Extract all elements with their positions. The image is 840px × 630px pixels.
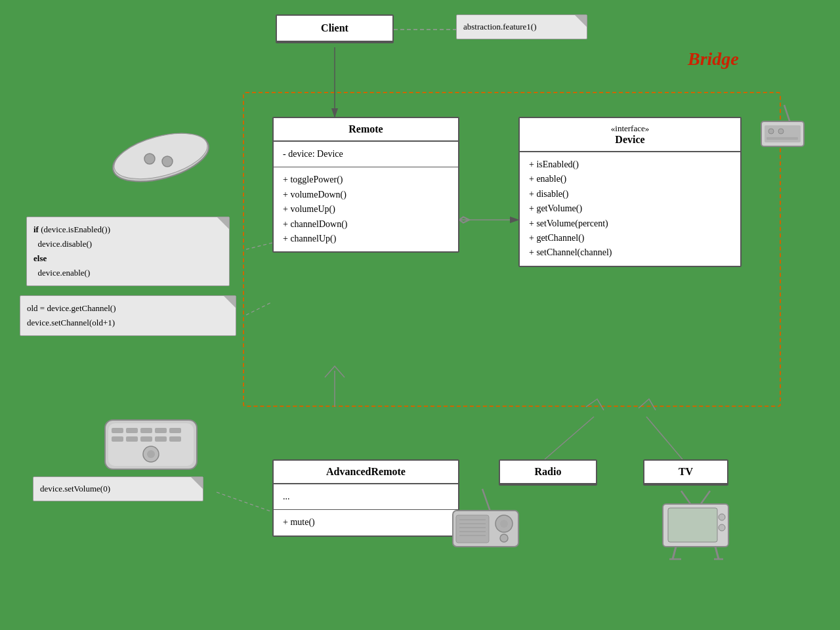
svg-line-6 (545, 417, 594, 459)
svg-rect-22 (112, 436, 123, 442)
diagram-container: Bridge (0, 0, 840, 630)
svg-rect-17 (112, 428, 123, 433)
remote-box: Remote - device: Device + togglePower() … (272, 117, 459, 253)
svg-point-45 (500, 534, 508, 542)
svg-rect-25 (155, 436, 167, 442)
radio-box: Radio (499, 459, 597, 486)
svg-point-32 (768, 129, 774, 134)
svg-line-53 (715, 547, 719, 559)
svg-point-12 (110, 125, 213, 184)
tv-header: TV (644, 461, 727, 484)
svg-rect-20 (155, 428, 167, 433)
advanced-remote-fields: ... (274, 484, 458, 510)
bridge-label: Bridge (688, 49, 739, 70)
svg-point-51 (719, 524, 725, 531)
router-icon (755, 102, 814, 154)
remote-fields: - device: Device (274, 142, 458, 167)
advanced-remote-control-icon (92, 413, 210, 479)
client-box: Client (276, 14, 394, 43)
device-header: «interface» Device (520, 118, 740, 152)
svg-rect-19 (140, 428, 152, 433)
svg-rect-49 (668, 508, 717, 542)
svg-rect-18 (126, 428, 138, 433)
radio-header: Radio (500, 461, 596, 484)
advanced-remote-methods: + mute() (274, 510, 458, 535)
remote-control-icon (105, 125, 217, 184)
svg-point-13 (144, 154, 155, 164)
svg-rect-21 (169, 428, 181, 433)
remote-methods: + togglePower() + volumeDown() + volumeU… (274, 167, 458, 251)
svg-point-44 (500, 520, 508, 528)
svg-rect-37 (456, 515, 489, 543)
svg-rect-24 (140, 436, 152, 442)
svg-line-7 (646, 417, 682, 459)
svg-point-14 (162, 156, 173, 167)
radio-icon (446, 486, 525, 551)
advanced-remote-header: AdvancedRemote (274, 461, 458, 484)
svg-rect-23 (126, 436, 138, 442)
if-note: if (device.isEnabled()) device.disable()… (26, 217, 230, 286)
device-methods: + isEnabled() + enable() + disable() + g… (520, 152, 740, 266)
svg-line-35 (482, 489, 491, 513)
tv-box: TV (643, 459, 728, 486)
device-box: «interface» Device + isEnabled() + enabl… (518, 117, 742, 267)
volume-note: device.setVolume(0) (33, 476, 203, 501)
svg-line-10 (217, 492, 272, 512)
svg-point-33 (778, 129, 784, 134)
svg-rect-26 (169, 436, 181, 442)
tv-icon (656, 486, 735, 564)
channel-note: old = device.getChannel() device.setChan… (20, 295, 236, 336)
remote-header: Remote (274, 118, 458, 142)
advanced-remote-box: AdvancedRemote ... + mute() (272, 459, 459, 537)
svg-line-52 (673, 547, 676, 559)
client-note: abstraction.feature1() (456, 14, 587, 39)
svg-point-28 (147, 450, 155, 458)
client-header: Client (277, 16, 392, 42)
svg-point-50 (719, 514, 725, 520)
svg-rect-34 (766, 137, 798, 140)
